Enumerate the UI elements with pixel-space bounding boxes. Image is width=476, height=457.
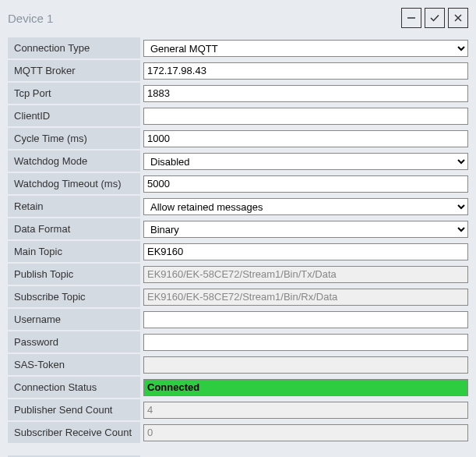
subscribe-topic-input (143, 289, 468, 306)
label-subscribe-topic: Subscribe Topic (8, 286, 140, 309)
label-username: Username (8, 309, 140, 331)
label-watchdog-timeout: Watchdog Timeout (ms) (8, 173, 140, 196)
label-watchdog-mode: Watchdog Mode (8, 151, 140, 173)
label-connection-status: Connection Status (8, 377, 140, 399)
label-password: Password (8, 331, 140, 354)
label-publisher-send-count: Publisher Send Count (8, 399, 140, 422)
close-icon (453, 12, 464, 23)
label-client-id: ClientID (8, 105, 140, 128)
mqtt-broker-input[interactable] (143, 62, 468, 80)
sas-token-input (143, 356, 468, 374)
watchdog-timeout-input[interactable] (143, 175, 468, 193)
check-icon (429, 12, 440, 23)
label-sas-token: SAS-Token (8, 354, 140, 377)
tcp-port-input[interactable] (143, 85, 468, 102)
label-subscriber-receive-count: Subscriber Receive Count (8, 422, 140, 445)
close-button[interactable] (448, 8, 468, 28)
connection-status-value: Connected (143, 379, 468, 396)
label-retain: Retain (8, 196, 140, 218)
label-connection-type: Connection Type (8, 37, 140, 60)
device-form: Connection Type General MQTT MQTT Broker… (8, 37, 468, 457)
subscriber-receive-count-input (143, 424, 468, 441)
password-input[interactable] (143, 334, 468, 351)
connection-type-select[interactable]: General MQTT (143, 40, 468, 57)
header-buttons (401, 8, 468, 28)
data-format-select[interactable]: Binary (143, 221, 468, 238)
label-tcp-port: Tcp Port (8, 83, 140, 105)
minimize-button[interactable] (401, 8, 421, 28)
retain-select[interactable]: Allow retained messages (143, 198, 468, 215)
label-publish-topic: Publish Topic (8, 264, 140, 286)
minus-icon (406, 12, 417, 23)
label-data-format: Data Format (8, 218, 140, 241)
device-title: Device 1 (8, 12, 53, 25)
main-topic-input[interactable] (143, 243, 468, 260)
label-mqtt-broker: MQTT Broker (8, 60, 140, 83)
publisher-send-count-input (143, 402, 468, 419)
publish-topic-input (143, 266, 468, 283)
confirm-button[interactable] (425, 8, 445, 28)
cycle-time-input[interactable] (143, 130, 468, 147)
username-input[interactable] (143, 311, 468, 328)
watchdog-mode-select[interactable]: Disabled (143, 153, 468, 170)
header: Device 1 (8, 8, 468, 28)
section-gap (8, 445, 468, 455)
client-id-input[interactable] (143, 108, 468, 125)
label-main-topic: Main Topic (8, 241, 140, 264)
label-cycle-time: Cycle Time (ms) (8, 128, 140, 151)
